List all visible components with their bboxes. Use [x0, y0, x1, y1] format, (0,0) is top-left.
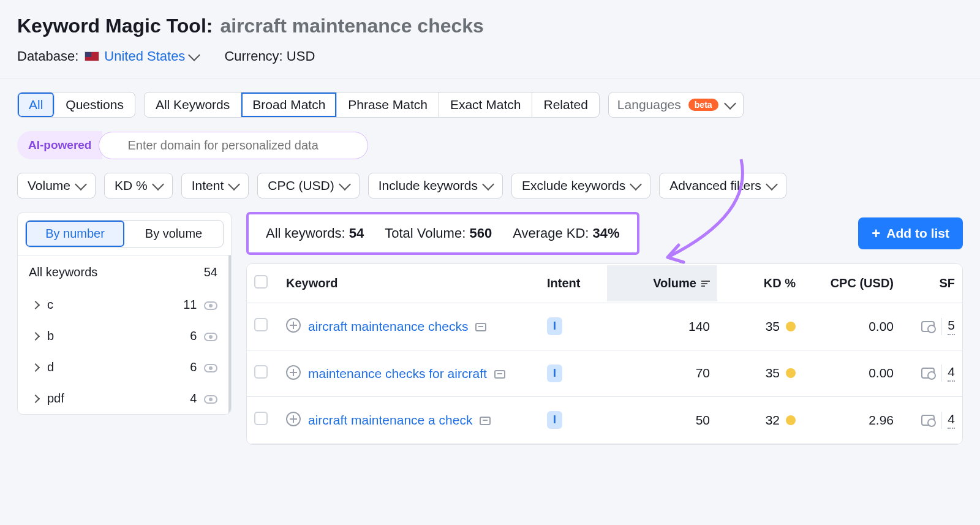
group-label: pdf: [47, 391, 64, 406]
group-count-wrap: 11: [183, 298, 217, 312]
filter-advanced[interactable]: Advanced filters: [659, 173, 786, 198]
eye-icon[interactable]: [204, 395, 217, 404]
summary-stats: All keywords: 54 Total Volume: 560 Avera…: [246, 212, 639, 255]
database-selector[interactable]: Database: United States: [17, 48, 198, 64]
tab-exact-match[interactable]: Exact Match: [439, 93, 533, 117]
serp-features-icon[interactable]: [921, 368, 935, 379]
chevron-down-icon: [188, 49, 200, 61]
row-checkbox[interactable]: [254, 318, 268, 331]
sf-value: 4: [948, 412, 955, 429]
eye-icon[interactable]: [204, 364, 217, 372]
sidebar-group[interactable]: c11: [26, 289, 228, 320]
serp-features-icon[interactable]: [921, 321, 935, 332]
filter-include[interactable]: Include keywords: [368, 173, 503, 198]
tab-broad-match[interactable]: Broad Match: [241, 93, 337, 117]
keywords-table: Keyword Intent Volume KD % CPC (USD) SF …: [246, 263, 963, 445]
filter-label: CPC (USD): [268, 178, 334, 193]
row-checkbox[interactable]: [254, 365, 268, 379]
summary-label: Total Volume:: [385, 225, 466, 241]
button-label: Add to list: [886, 226, 949, 241]
tab-all[interactable]: All: [18, 93, 55, 117]
sidebar-group[interactable]: d6: [26, 352, 228, 383]
eye-icon[interactable]: [204, 333, 217, 341]
sf-value: 4: [948, 364, 955, 382]
filter-cpc[interactable]: CPC (USD): [257, 173, 360, 198]
scope-tabs: All Questions: [17, 92, 135, 118]
cpc-value: 0.00: [803, 352, 901, 394]
sidebar-sort-tabs: By number By volume: [25, 220, 224, 247]
summary-label: Average KD:: [513, 225, 589, 241]
sort-desc-icon: [701, 281, 710, 287]
chevron-right-icon: [31, 363, 40, 371]
sidebar-all-keywords[interactable]: All keywords 54: [18, 255, 228, 289]
chevron-down-icon: [339, 178, 351, 191]
filter-volume[interactable]: Volume: [17, 173, 96, 198]
col-label: Volume: [653, 276, 696, 290]
col-keyword[interactable]: Keyword: [279, 265, 540, 301]
match-tabs: All Keywords Broad Match Phrase Match Ex…: [144, 92, 600, 118]
keyword-link[interactable]: maintenance checks for aircraft: [308, 366, 487, 380]
cpc-value: 2.96: [803, 399, 901, 441]
intent-badge: I: [547, 411, 562, 429]
sf-value: 5: [948, 318, 955, 335]
serp-features-icon[interactable]: [921, 415, 935, 426]
filter-exclude[interactable]: Exclude keywords: [511, 173, 650, 198]
filter-kd[interactable]: KD %: [104, 173, 173, 198]
filter-label: Volume: [28, 178, 70, 193]
summary-value: 560: [469, 225, 492, 241]
col-sf[interactable]: SF: [901, 265, 962, 301]
sidebar-group[interactable]: pdf4: [26, 383, 228, 414]
filter-label: Include keywords: [379, 178, 478, 193]
table-header: Keyword Intent Volume KD % CPC (USD) SF: [247, 264, 962, 303]
tab-related[interactable]: Related: [532, 93, 598, 117]
domain-input[interactable]: [99, 132, 368, 159]
add-to-list-button[interactable]: + Add to list: [858, 217, 963, 249]
currency-display: Currency: USD: [224, 48, 315, 64]
col-cpc[interactable]: CPC (USD): [803, 265, 901, 301]
currency-value: USD: [287, 48, 315, 64]
volume-value: 140: [607, 306, 717, 347]
serp-icon[interactable]: [494, 370, 505, 379]
chevron-right-icon: [31, 394, 40, 402]
kd-value: 35: [766, 366, 780, 380]
filter-label: Advanced filters: [669, 178, 761, 193]
cpc-value: 0.00: [803, 306, 901, 347]
divider: [941, 364, 941, 382]
kd-value: 32: [766, 413, 780, 428]
tab-phrase-match[interactable]: Phrase Match: [337, 93, 439, 117]
col-kd[interactable]: KD %: [717, 265, 803, 301]
eye-icon[interactable]: [204, 301, 217, 310]
group-label: b: [47, 329, 54, 343]
group-count-wrap: 6: [190, 329, 217, 343]
col-intent[interactable]: Intent: [540, 265, 607, 301]
sidebar: By number By volume All keywords 54 c11 …: [17, 212, 232, 415]
kd-value: 35: [766, 319, 780, 334]
group-count: 11: [183, 298, 197, 311]
filter-intent[interactable]: Intent: [181, 173, 249, 198]
languages-dropdown[interactable]: Languages beta: [608, 92, 744, 118]
row-checkbox[interactable]: [254, 412, 268, 425]
serp-icon[interactable]: [475, 323, 486, 331]
kd-difficulty-dot-icon: [786, 415, 796, 425]
summary-value: 54: [349, 225, 364, 241]
keyword-link[interactable]: aircraft maintenance checks: [308, 319, 468, 333]
add-keyword-icon[interactable]: [286, 365, 301, 380]
serp-icon[interactable]: [480, 417, 491, 425]
tab-all-keywords[interactable]: All Keywords: [145, 93, 241, 117]
sidebar-group[interactable]: b6: [26, 320, 228, 352]
summary-value: 34%: [593, 225, 620, 241]
group-count: 6: [190, 360, 197, 374]
col-volume[interactable]: Volume: [607, 265, 717, 301]
database-value: United States: [104, 48, 185, 64]
keyword-link[interactable]: aircraft maintenance a check: [308, 413, 472, 427]
filter-label: Exclude keywords: [522, 178, 625, 193]
currency-label: Currency:: [224, 48, 282, 64]
summary-label: All keywords:: [266, 225, 345, 241]
tab-by-number[interactable]: By number: [26, 221, 124, 247]
add-keyword-icon[interactable]: [286, 412, 301, 426]
select-all-checkbox[interactable]: [254, 275, 268, 289]
tab-by-volume[interactable]: By volume: [124, 221, 223, 247]
add-keyword-icon[interactable]: [286, 318, 301, 333]
tab-questions[interactable]: Questions: [55, 93, 135, 117]
chevron-down-icon: [766, 178, 778, 191]
